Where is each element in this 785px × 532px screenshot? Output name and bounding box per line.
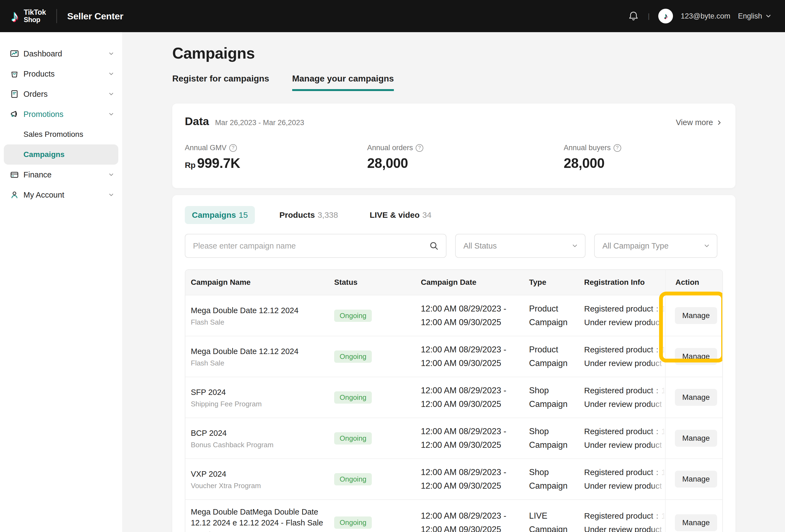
- brand-line1: TikTok: [24, 9, 46, 16]
- campaign-name-cell: SFP 2024 Shipping Fee Program: [185, 387, 328, 408]
- sidebar-item-promotions[interactable]: Promotions: [0, 104, 122, 124]
- tab-count: 15: [239, 210, 248, 220]
- campaign-name-cell: BCP 2024 Bonus Cashback Program: [185, 428, 328, 449]
- sidebar-item-label: Sales Promotions: [23, 130, 83, 139]
- column-type: Type: [523, 278, 578, 287]
- language-selector[interactable]: English: [738, 12, 772, 21]
- campaign-type-select[interactable]: All Campaign Type: [594, 234, 717, 258]
- campaign-name: Mega Double Date 12.12 2024: [191, 346, 323, 357]
- tiktok-logo-icon: ♪: [11, 8, 19, 24]
- topbar-separator: |: [648, 12, 650, 21]
- date-end: 12:00 AM 09/30/2025: [421, 479, 523, 493]
- status-cell: Ongoing: [328, 432, 415, 445]
- tab-count: 34: [423, 210, 431, 220]
- campaign-subtitle: Voucher Xtra Program: [191, 482, 323, 490]
- date-start: 12:00 AM 08/29/2023 -: [421, 384, 523, 397]
- tab-manage-your-campaigns[interactable]: Manage your campaigns: [292, 74, 394, 91]
- sidebar-item-dashboard[interactable]: Dashboard: [0, 44, 122, 64]
- help-icon[interactable]: ?: [416, 144, 423, 152]
- chevron-down-icon: [108, 71, 115, 77]
- campaign-name: Mega Double Date 12.12 2024: [191, 305, 323, 316]
- action-cell: Manage: [665, 459, 722, 499]
- campaign-name: BCP 2024: [191, 428, 323, 438]
- type-cell: Shop Campaign: [523, 384, 578, 411]
- stats-row: Annual GMV ? Rp999.7K Annual orders ? 28…: [185, 144, 723, 171]
- avatar[interactable]: ♪: [658, 9, 673, 23]
- column-action: Action: [665, 270, 722, 295]
- type-cell: Shop Campaign: [523, 425, 578, 452]
- date-start: 12:00 AM 08/29/2023 -: [421, 465, 523, 479]
- main-content: Campaigns Register for campaigns Manage …: [122, 32, 785, 532]
- table-row: SFP 2024 Shipping Fee Program Ongoing 12…: [185, 377, 722, 417]
- manage-button[interactable]: Manage: [675, 471, 717, 487]
- manage-button[interactable]: Manage: [675, 430, 717, 447]
- manage-button[interactable]: Manage: [675, 514, 717, 531]
- my-account-icon: [10, 190, 19, 200]
- manage-button[interactable]: Manage: [675, 389, 717, 406]
- campaign-date-cell: 12:00 AM 08/29/2023 - 12:00 AM 09/30/202…: [415, 343, 523, 370]
- action-cell: Manage: [665, 336, 722, 377]
- sidebar-item-finance[interactable]: Finance: [0, 164, 122, 185]
- campaign-date-cell: 12:00 AM 08/29/2023 - 12:00 AM 09/30/202…: [415, 509, 523, 532]
- campaign-date-cell: 12:00 AM 08/29/2023 - 12:00 AM 09/30/202…: [415, 425, 523, 452]
- chevron-right-icon: [716, 119, 723, 126]
- status-select-value: All Status: [463, 242, 497, 251]
- topbar-right: | ♪ 123@byte.com English: [628, 9, 772, 23]
- manage-button[interactable]: Manage: [675, 307, 717, 324]
- tab-register-for-campaigns[interactable]: Register for campaigns: [172, 74, 269, 91]
- sidebar-item-my-account[interactable]: My Account: [0, 185, 122, 205]
- sidebar-item-campaigns[interactable]: Campaigns: [4, 145, 118, 164]
- search-icon[interactable]: [429, 241, 439, 251]
- stat-label: Annual orders: [367, 144, 413, 152]
- campaign-name-cell: Mega Double DatMega Double Date 12.12 20…: [185, 506, 328, 532]
- action-cell: Manage: [665, 377, 722, 417]
- orders-icon: [10, 90, 19, 99]
- view-more-link[interactable]: View more: [676, 118, 723, 127]
- sidebar-item-products[interactable]: Products: [0, 64, 122, 84]
- campaign-date-cell: 12:00 AM 08/29/2023 - 12:00 AM 09/30/202…: [415, 384, 523, 411]
- manage-button[interactable]: Manage: [675, 348, 717, 365]
- brand-divider: [56, 9, 57, 23]
- type-cell: Shop Campaign: [523, 465, 578, 493]
- status-cell: Ongoing: [328, 310, 415, 322]
- sidebar-item-orders[interactable]: Orders: [0, 84, 122, 104]
- campaign-search: [185, 234, 447, 258]
- tab-campaigns[interactable]: Campaigns 15: [185, 206, 255, 224]
- campaign-subtitle: Flash Sale: [191, 359, 323, 368]
- top-bar: ♪ TikTok Shop Seller Center | ♪ 123@byte…: [0, 0, 785, 32]
- tab-live-video[interactable]: LIVE & video 34: [362, 206, 438, 224]
- column-status: Status: [328, 278, 415, 287]
- campaign-subtitle: Shipping Fee Program: [191, 400, 323, 408]
- action-cell: Manage: [665, 418, 722, 458]
- chevron-down-icon: [765, 12, 772, 20]
- campaign-name-cell: Mega Double Date 12.12 2024 Flash Sale: [185, 305, 328, 327]
- view-more-label: View more: [676, 118, 713, 127]
- stat-annual-gmv: Annual GMV ? Rp999.7K: [185, 144, 367, 171]
- status-badge: Ongoing: [334, 473, 372, 485]
- table-header: Campaign Name Status Campaign Date Type …: [185, 270, 722, 295]
- table-row: BCP 2024 Bonus Cashback Program Ongoing …: [185, 417, 722, 458]
- type-cell: Product Campaign: [523, 343, 578, 370]
- help-icon[interactable]: ?: [229, 144, 237, 152]
- account-email[interactable]: 123@byte.com: [681, 12, 730, 21]
- date-start: 12:00 AM 08/29/2023 -: [421, 509, 523, 523]
- sidebar-item-label: My Account: [23, 191, 64, 200]
- sidebar-item-sales-promotions[interactable]: Sales Promotions: [0, 124, 122, 145]
- campaign-type-select-value: All Campaign Type: [602, 242, 668, 251]
- help-icon[interactable]: ?: [613, 144, 621, 152]
- stat-value: 999.7K: [197, 156, 240, 171]
- campaign-name-cell: VXP 2024 Voucher Xtra Program: [185, 468, 328, 490]
- status-select[interactable]: All Status: [455, 234, 585, 258]
- table-row: Mega Double Date 12.12 2024 Flash Sale O…: [185, 295, 722, 336]
- search-input[interactable]: [193, 242, 429, 251]
- tab-products[interactable]: Products 3,338: [272, 206, 345, 224]
- notification-bell-button[interactable]: [628, 10, 639, 22]
- campaign-date-cell: 12:00 AM 08/29/2023 - 12:00 AM 09/30/202…: [415, 302, 523, 329]
- campaigns-card: Campaigns 15 Products 3,338 LIVE & video…: [172, 195, 735, 532]
- sidebar-item-label: Dashboard: [23, 49, 62, 58]
- campaign-subtitle: Flash Sale: [191, 318, 323, 327]
- status-cell: Ongoing: [328, 391, 415, 404]
- tab-count: 3,338: [318, 210, 338, 220]
- data-card-title: Data: [185, 115, 209, 128]
- sidebar-item-label: Finance: [23, 170, 52, 179]
